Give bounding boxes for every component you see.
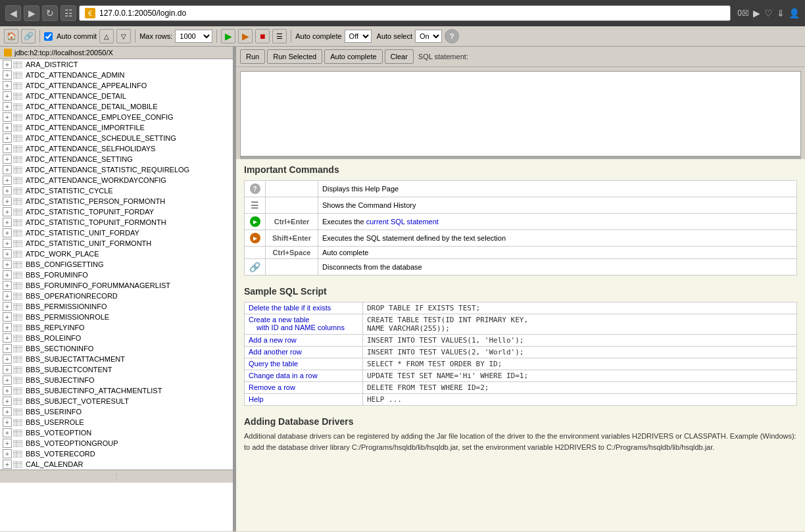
expand-icon[interactable]: + <box>3 155 12 164</box>
expand-icon[interactable]: + <box>3 102 12 111</box>
list-item[interactable]: + ATDC_ATTENDANCE_STATISTIC_REQUIRELOG <box>0 164 233 175</box>
expand-icon[interactable]: + <box>3 386 12 395</box>
expand-icon[interactable]: + <box>3 291 12 301</box>
run-btn[interactable]: ▶ <box>221 29 235 43</box>
expand-icon[interactable]: + <box>3 281 12 290</box>
forward-button[interactable]: ▶ <box>24 5 39 21</box>
list-item[interactable]: + BBS_REPLYINFO <box>0 322 233 333</box>
rollback-icon-btn[interactable]: ▽ <box>116 29 131 43</box>
expand-icon[interactable]: + <box>3 312 12 322</box>
expand-icon[interactable]: + <box>3 354 12 364</box>
expand-icon[interactable]: + <box>3 81 12 90</box>
list-item[interactable]: + BBS_FORUMINFO_FORUMMANAGERLIST <box>0 280 233 291</box>
list-item[interactable]: + ATDC_WORK_PLACE <box>0 249 233 259</box>
expand-icon[interactable]: + <box>3 375 12 385</box>
list-item[interactable]: + BBS_SUBJECTCONTENT <box>0 364 233 375</box>
autocommit-checkbox[interactable] <box>44 32 53 41</box>
sidebar-bottom-handle[interactable]: ⋮ <box>0 470 233 483</box>
run-selected-button[interactable]: Run Selected <box>267 49 322 64</box>
refresh-button[interactable]: ↻ <box>42 5 58 21</box>
clear-button[interactable]: Clear <box>385 49 414 64</box>
expand-icon[interactable]: + <box>3 344 12 353</box>
list-item[interactable]: + BBS_CONFIGSETTING <box>0 259 233 270</box>
expand-icon[interactable]: + <box>3 197 12 206</box>
list-item[interactable]: + ATDC_ATTENDANCE_WORKDAYCONFIG <box>0 175 233 185</box>
list-item[interactable]: + BBS_USERINFO <box>0 406 233 417</box>
expand-icon[interactable]: + <box>3 407 12 416</box>
list-item[interactable]: + ATDC_STATISTIC_CYCLE <box>0 185 233 196</box>
sample-link-cell[interactable]: Query the table <box>245 358 363 370</box>
autocomplete-select[interactable]: Off On <box>345 30 372 43</box>
expand-icon[interactable]: + <box>3 249 12 258</box>
list-item[interactable]: + ATDC_ATTENDANCE_DETAIL <box>0 91 233 101</box>
list-item[interactable]: + BBS_ROLEINFO <box>0 333 233 343</box>
list-item[interactable]: + ATDC_STATISTIC_PERSON_FORMONTH <box>0 196 233 206</box>
list-item[interactable]: + BBS_SUBJECTINFO <box>0 375 233 385</box>
run-button[interactable]: Run <box>240 49 265 64</box>
expand-icon[interactable]: + <box>3 418 12 427</box>
maxrows-select[interactable]: 1000 100 500 10000 <box>175 30 212 43</box>
list-item[interactable]: + BBS_PERMISSIONROLE <box>0 312 233 322</box>
run-selected-btn[interactable]: ▶ <box>238 29 253 43</box>
list-item[interactable]: + BBS_SUBJECT_VOTERESULT <box>0 396 233 406</box>
grid-button[interactable]: ☷ <box>61 5 76 21</box>
expand-icon[interactable]: + <box>3 449 12 458</box>
list-item[interactable]: + ATDC_STATISTIC_UNIT_FORMONTH <box>0 238 233 249</box>
expand-icon[interactable]: + <box>3 397 12 406</box>
expand-icon[interactable]: + <box>3 428 12 437</box>
url-bar[interactable]: € 127.0.0.1:20050/login.do <box>79 5 731 21</box>
expand-icon[interactable]: + <box>3 260 12 269</box>
expand-icon[interactable]: + <box>3 302 12 311</box>
expand-icon[interactable]: + <box>3 333 12 343</box>
back-button[interactable]: ◀ <box>5 5 21 21</box>
list-item[interactable]: + CAL_CALENDAR <box>0 459 233 470</box>
expand-icon[interactable]: + <box>3 60 12 69</box>
home-icon-btn[interactable]: 🏠 <box>4 29 18 43</box>
list-item[interactable]: + ATDC_ATTENDANCE_APPEALINFO <box>0 80 233 91</box>
sample-link-cell[interactable]: Delete the table if it exists <box>245 302 363 314</box>
expand-icon[interactable]: + <box>3 70 12 80</box>
list-item[interactable]: + BBS_PERMISSIONINFO <box>0 301 233 312</box>
auto-complete-button[interactable]: Auto complete <box>324 49 382 64</box>
expand-icon[interactable]: + <box>3 186 12 195</box>
list-item[interactable]: + BBS_VOTEOPTION <box>0 427 233 438</box>
expand-icon[interactable]: + <box>3 123 12 132</box>
expand-icon[interactable]: + <box>3 91 12 101</box>
list-item[interactable]: + BBS_SUBJECTINFO_ATTACHMENTLIST <box>0 385 233 396</box>
expand-icon[interactable]: + <box>3 165 12 174</box>
history-btn[interactable]: ☰ <box>272 29 287 43</box>
expand-icon[interactable]: + <box>3 207 12 216</box>
list-item[interactable]: + BBS_SUBJECTATTACHMENT <box>0 354 233 364</box>
list-item[interactable]: + ATDC_ATTENDANCE_EMPLOYEE_CONFIG <box>0 112 233 122</box>
list-item[interactable]: + ATDC_STATISTIC_TOPUNIT_FORMONTH <box>0 217 233 228</box>
list-item[interactable]: + BBS_VOTEOPTIONGROUP <box>0 438 233 448</box>
list-item[interactable]: + ATDC_ATTENDANCE_IMPORTFILE <box>0 122 233 133</box>
expand-icon[interactable]: + <box>3 218 12 227</box>
list-item[interactable]: + ATDC_ATTENDANCE_DETAIL_MOBILE <box>0 101 233 112</box>
commit-icon-btn[interactable]: △ <box>99 29 114 43</box>
expand-icon[interactable]: + <box>3 133 12 143</box>
list-item[interactable]: + ATDC_ATTENDANCE_SETTING <box>0 154 233 164</box>
expand-icon[interactable]: + <box>3 112 12 122</box>
help-icon-btn[interactable]: ? <box>445 29 459 43</box>
expand-icon[interactable]: + <box>3 439 12 448</box>
list-item[interactable]: + ARA_DISTRICT <box>0 59 233 70</box>
expand-icon[interactable]: + <box>3 323 12 332</box>
sql-editor[interactable] <box>240 71 801 157</box>
list-item[interactable]: + ATDC_ATTENDANCE_SCHEDULE_SETTING <box>0 133 233 143</box>
list-item[interactable]: + ATDC_STATISTIC_UNIT_FORDAY <box>0 228 233 238</box>
sample-link-cell[interactable]: Create a new table with ID and NAME colu… <box>245 314 363 335</box>
sample-link-cell[interactable]: Add another row <box>245 347 363 358</box>
list-item[interactable]: + BBS_VOTERECORD <box>0 448 233 459</box>
sample-link-cell[interactable]: Remove a row <box>245 382 363 394</box>
sample-link-cell[interactable]: Help <box>245 394 363 406</box>
list-item[interactable]: + BBS_FORUMINFO <box>0 270 233 280</box>
expand-icon[interactable]: + <box>3 460 12 469</box>
expand-icon[interactable]: + <box>3 239 12 248</box>
expand-icon[interactable]: + <box>3 144 12 153</box>
sample-link-cell[interactable]: Add a new row <box>245 335 363 347</box>
list-item[interactable]: + ATDC_STATISTIC_TOPUNIT_FORDAY <box>0 206 233 217</box>
expand-icon[interactable]: + <box>3 228 12 237</box>
autoselect-select[interactable]: On Off <box>415 30 442 43</box>
expand-icon[interactable]: + <box>3 176 12 185</box>
